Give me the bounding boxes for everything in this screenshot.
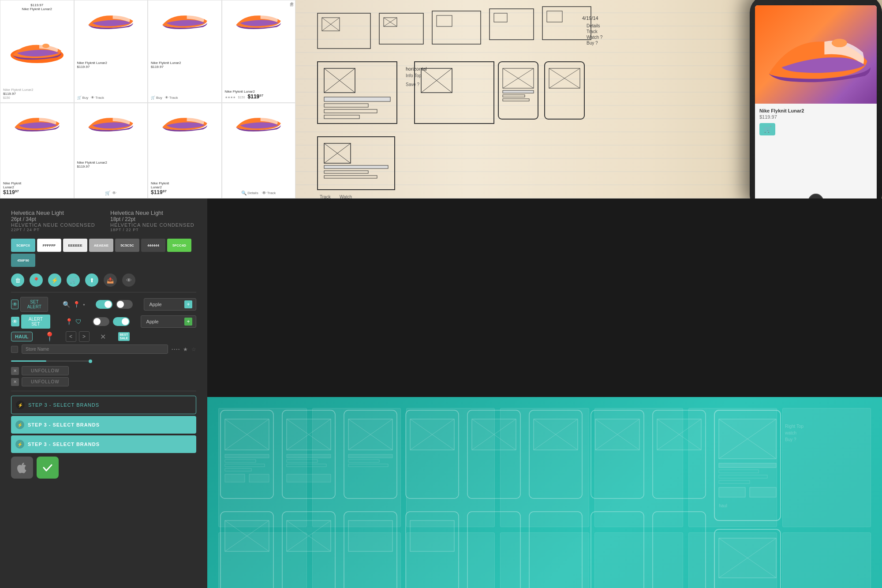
font2-cond-size: 18PT / 22 PT — [110, 228, 196, 232]
step-brands-filled-btn-1[interactable]: ⚡ STEP 3 - SELECT BRANDS — [11, 416, 196, 434]
best-sale-badge: BEST SALE — [118, 332, 130, 341]
unfollow-x-1[interactable]: ✕ — [11, 367, 19, 375]
unfollow-row-1: ✕ UNFOLLOW — [11, 366, 196, 375]
plus-button-1[interactable]: + — [184, 300, 192, 308]
shoe-svg-8 — [232, 109, 285, 135]
font1-cond-size: 22PT / 24 PT — [11, 228, 97, 232]
toggle-3[interactable] — [93, 317, 109, 326]
product-name-1: Nike Flyknit Lunar2 $119.97 $150 — [3, 88, 71, 100]
font-col-2: Helvetica Neue Light 18pt / 22pt HELVETI… — [110, 210, 196, 232]
teal-background: buying flow haul — [207, 397, 882, 588]
step-brands-outline-btn[interactable]: ⚡ STEP 3 - SELECT BRANDS — [11, 396, 196, 414]
font1-condensed: HELVETICA NEUE CONDENSED — [11, 222, 97, 228]
store-row: Store Name • • • • ★ ☆ — [11, 345, 196, 354]
phone-product-name: Nike Flyknit Lunar2 — [759, 108, 872, 113]
product-name-4: Nike Flyknit Lunar2 ★★★★ $150 $11997 — [225, 90, 293, 100]
phone-mockup: Nike Flyknit Lunar2 $119.97 🛒 — [710, 0, 882, 198]
details-track-actions: 🔍 Details 👁 Track — [241, 191, 276, 195]
controls-row-3: HAUL 📍 < > ✕ BEST SALE — [11, 331, 196, 342]
search-location-group: 🔍 📍 ● — [63, 301, 85, 308]
nav-arrows: < > — [66, 331, 90, 342]
close-button[interactable]: ✕ — [100, 333, 106, 341]
details-button[interactable]: 🔍 Details — [241, 191, 258, 195]
product-actions-2: 🛒 Buy 👁 Track — [77, 96, 145, 100]
svg-rect-22 — [324, 97, 390, 101]
eye-toggle-icon: 👁 — [11, 300, 19, 309]
step-icon-outline: ⚡ — [16, 401, 25, 409]
shoe-image-3 — [151, 3, 219, 36]
progress-dot — [89, 360, 92, 363]
svg-rect-63 — [225, 454, 269, 458]
step-brands-filled-btn-2[interactable]: ⚡ STEP 3 - SELECT BRANDS — [11, 435, 196, 453]
svg-rect-73 — [287, 454, 331, 458]
brand-icon-apple — [11, 457, 33, 479]
svg-text:Track: Track — [587, 29, 598, 34]
separator-1 — [11, 292, 196, 292]
buy-button-3[interactable]: 🛒 Buy — [151, 96, 162, 100]
track-button-2[interactable]: 👁 Track — [91, 96, 104, 100]
cart-icon-2: 🛒 — [77, 96, 82, 100]
icons-section: 🗑 📍 ⚡ 🛒 ⬆ 📤 👁 — [11, 273, 196, 287]
svg-rect-75 — [287, 464, 326, 467]
featured-price-header: $119.97 Nike Flyknit Lunar2 — [3, 3, 71, 11]
product-item-6: Nike Flyknit Lunar2 $119.97 🛒 👁 — [74, 103, 148, 199]
unfollow-button-2[interactable]: UNFOLLOW — [22, 377, 69, 386]
svg-point-58 — [832, 39, 847, 47]
arrow-right-btn[interactable]: > — [79, 331, 90, 342]
svg-rect-115 — [410, 521, 454, 551]
svg-rect-67 — [225, 474, 245, 482]
toggle-2[interactable] — [116, 300, 133, 309]
lightning-icon[interactable]: ⚡ — [48, 273, 61, 287]
pin-icon-ctrl: 📍 — [73, 301, 80, 308]
track-button-8[interactable]: 👁 Track — [262, 191, 276, 195]
shoe-svg-4 — [232, 7, 285, 33]
plus-button-2[interactable]: + — [184, 318, 192, 326]
phone-product-price: $119.97 — [759, 114, 872, 120]
cart-icon-main[interactable]: 🛒 — [67, 273, 80, 287]
product-actions-3: 🛒 Buy 👁 Track — [151, 96, 219, 100]
track-button-3[interactable]: 👁 Track — [165, 96, 178, 100]
location-icon[interactable]: 📍 — [30, 273, 43, 287]
wireframe-detail-svg: buying flow haul — [207, 397, 882, 588]
apple-input-text-2: Apple — [146, 319, 183, 324]
shoe-svg-7 — [158, 109, 211, 135]
phone-action-buttons: 🛒 — [759, 123, 872, 135]
eye-icon-3: 👁 — [165, 96, 168, 100]
export-icon[interactable]: 📤 — [104, 273, 117, 287]
svg-rect-65 — [225, 464, 265, 467]
store-name-field[interactable]: Store Name — [22, 345, 168, 354]
phone-cart-btn[interactable]: 🛒 — [759, 123, 775, 135]
shoe-svg-2 — [84, 7, 137, 33]
set-alert-button[interactable]: SET ALERT — [20, 297, 48, 312]
star-filled[interactable]: ★ — [183, 346, 188, 352]
search-icon-8: 🔍 — [241, 191, 247, 195]
store-checkbox[interactable] — [11, 346, 18, 353]
arrow-left-btn[interactable]: < — [66, 331, 76, 342]
separator-2 — [11, 391, 196, 391]
progress-bar — [11, 360, 90, 362]
color-swatch-darker-gray: 444444 — [141, 239, 165, 252]
upload-icon[interactable]: ⬆ — [85, 273, 98, 287]
buy-button-2[interactable]: 🛒 Buy — [77, 96, 89, 100]
dot-icon-ctrl: ● — [83, 303, 85, 307]
svg-rect-119 — [653, 512, 706, 588]
eye-icon-main[interactable]: 👁 — [122, 273, 135, 287]
star-empty[interactable]: ☆ — [191, 346, 196, 352]
toggle-4[interactable] — [113, 317, 130, 326]
svg-text:horizontal: horizontal — [406, 66, 427, 71]
product-actions-6: 🛒 👁 — [105, 191, 116, 195]
unfollow-button-1[interactable]: UNFOLLOW — [22, 366, 69, 375]
svg-text:Right Top: Right Top — [785, 424, 804, 429]
font2-label: Helvetica Neue Light — [110, 210, 196, 216]
shield-icon: 🛡 — [75, 318, 82, 325]
unfollow-x-2[interactable]: ✕ — [11, 378, 19, 386]
svg-rect-68 — [249, 474, 269, 482]
alert-set-button[interactable]: ALERT SET — [21, 315, 50, 329]
product-grid: $119.97 Nike Flyknit Lunar2 Nike Flyknit… — [0, 0, 295, 198]
product-item-3: Nike Flyknit Lunar2 $119.97 🛒 Buy 👁 Trac… — [148, 0, 222, 103]
svg-rect-74 — [287, 460, 318, 462]
trash-icon[interactable]: 🗑 — [11, 273, 24, 287]
svg-rect-83 — [348, 464, 388, 467]
toggle-1[interactable] — [96, 300, 112, 309]
product-name-5: Nike FlyknitLunar2 $11997 — [3, 181, 71, 195]
